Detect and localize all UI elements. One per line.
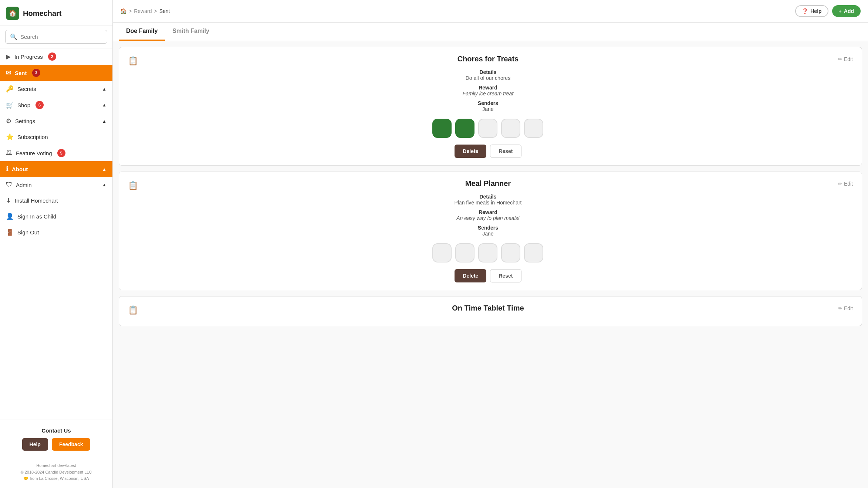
breadcrumb-reward[interactable]: Reward (134, 8, 152, 14)
sidebar: 🏠 Homechart 🔍 ▶ In Progress 2 ✉ Sent 3 🔑… (0, 0, 113, 488)
sidebar-item-label: Settings (15, 118, 35, 124)
reward-label-2: Reward (144, 209, 832, 215)
sidebar-item-label: Sign In as Child (17, 213, 56, 220)
search-input[interactable] (20, 34, 102, 40)
sign-in-child-icon: 👤 (6, 213, 14, 220)
breadcrumb-current: Sent (159, 8, 170, 14)
breadcrumb-separator-2: > (154, 8, 157, 14)
sidebar-item-label: About (12, 166, 28, 172)
search-box[interactable]: 🔍 (5, 30, 107, 44)
topbar-help-button[interactable]: ❓ Help (795, 5, 828, 17)
footer-line1: Homechart dev+latest (6, 462, 107, 469)
dot-2-4[interactable] (501, 243, 520, 262)
tab-smith-family[interactable]: Smith Family (165, 23, 217, 41)
delete-button-1[interactable]: Delete (455, 145, 486, 158)
details-label-1: Details (144, 69, 832, 75)
details-label-2: Details (144, 194, 832, 200)
sign-out-icon: 🚪 (6, 228, 14, 236)
sidebar-item-label: Install Homechart (15, 197, 58, 204)
dot-2-2[interactable] (455, 243, 474, 262)
card-reward-2: Reward An easy way to plan meals! (144, 209, 832, 221)
card-body-3: On Time Tablet Time (144, 304, 832, 318)
admin-icon: 🛡 (6, 181, 12, 189)
card-senders-2: Senders Jane (144, 225, 832, 237)
breadcrumb: 🏠 > Reward > Sent (120, 8, 170, 14)
card-list-icon-2: 📋 (128, 181, 138, 190)
senders-value-2: Jane (144, 231, 832, 237)
edit-label-1: Edit (844, 56, 853, 62)
sidebar-nav: ▶ In Progress 2 ✉ Sent 3 🔑 Secrets ▲ 🛒 S… (0, 48, 112, 240)
help-button[interactable]: Help (22, 438, 48, 451)
topbar-actions: ❓ Help + Add (795, 5, 861, 17)
sidebar-item-sign-in-as-child[interactable]: 👤 Sign In as Child (0, 209, 112, 224)
feedback-button[interactable]: Feedback (52, 438, 91, 451)
plus-icon: + (839, 8, 842, 14)
edit-button-3[interactable]: ✏ Edit (838, 305, 853, 311)
topbar-help-label: Help (810, 8, 821, 14)
secrets-icon: 🔑 (6, 85, 14, 93)
card-body-2: Meal Planner Details Plan five meals in … (144, 179, 832, 282)
shop-badge: 6 (36, 101, 44, 109)
card-list-icon-3: 📋 (128, 305, 138, 315)
edit-label-3: Edit (844, 305, 853, 311)
sidebar-footer: Homechart dev+latest © 2018-2024 Candid … (0, 458, 112, 488)
search-icon: 🔍 (10, 33, 17, 40)
dot-1-4[interactable] (501, 119, 520, 138)
sidebar-item-admin[interactable]: 🛡 Admin ▲ (0, 177, 112, 193)
dot-2-3[interactable] (478, 243, 497, 262)
card-edit-col-1: ✏ Edit (838, 55, 853, 158)
edit-label-2: Edit (844, 181, 853, 187)
settings-icon: ⚙ (6, 117, 11, 125)
breadcrumb-home[interactable]: 🏠 (120, 8, 126, 14)
tab-doe-family[interactable]: Doe Family (119, 23, 165, 41)
senders-value-1: Jane (144, 106, 832, 112)
sidebar-item-shop[interactable]: 🛒 Shop 6 ▲ (0, 97, 112, 113)
topbar-add-label: Add (844, 8, 854, 14)
card-icon-col-2: 📋 (128, 179, 138, 282)
sidebar-item-in-progress[interactable]: ▶ In Progress 2 (0, 48, 112, 65)
subscription-icon: ⭐ (6, 133, 14, 141)
sidebar-item-sent[interactable]: ✉ Sent 3 (0, 65, 112, 81)
sidebar-item-feature-voting[interactable]: 🗳 Feature Voting 5 (0, 145, 112, 161)
sidebar-item-settings[interactable]: ⚙ Settings ▲ (0, 113, 112, 129)
dot-1-5[interactable] (524, 119, 543, 138)
sidebar-item-about[interactable]: ℹ About ▲ (0, 161, 112, 177)
card-icon-col-3: 📋 (128, 304, 138, 318)
in-progress-badge: 2 (48, 52, 56, 61)
sidebar-item-install-homechart[interactable]: ⬇ Install Homechart (0, 193, 112, 209)
reward-card-1: 📋 Chores for Treats Details Do all of ou… (119, 47, 862, 166)
dot-1-2[interactable] (455, 119, 474, 138)
dot-2-5[interactable] (524, 243, 543, 262)
sidebar-item-label: Feature Voting (16, 150, 52, 156)
app-name: Homechart (23, 9, 61, 18)
tabs-bar: Doe Family Smith Family (113, 23, 868, 41)
card-title-3: On Time Tablet Time (144, 304, 832, 312)
card-edit-col-3: ✏ Edit (838, 304, 853, 318)
sidebar-item-sign-out[interactable]: 🚪 Sign Out (0, 224, 112, 240)
secrets-chevron: ▲ (102, 87, 107, 92)
card-reward-1: Reward Family ice cream treat (144, 85, 832, 96)
reset-button-1[interactable]: Reset (490, 145, 521, 158)
edit-button-2[interactable]: ✏ Edit (838, 181, 853, 187)
reset-button-2[interactable]: Reset (490, 269, 521, 282)
dot-2-1[interactable] (432, 243, 452, 262)
sidebar-item-subscription[interactable]: ⭐ Subscription (0, 129, 112, 145)
dot-1-3[interactable] (478, 119, 497, 138)
delete-button-2[interactable]: Delete (455, 269, 486, 282)
main-content: 🏠 > Reward > Sent ❓ Help + Add Doe Famil… (113, 0, 868, 488)
sidebar-item-label: In Progress (14, 54, 43, 60)
feature-voting-icon: 🗳 (6, 149, 12, 157)
sidebar-item-label: Secrets (17, 86, 36, 92)
sidebar-item-label: Sign Out (17, 229, 39, 235)
edit-button-1[interactable]: ✏ Edit (838, 56, 853, 62)
content-area: 📋 Chores for Treats Details Do all of ou… (113, 41, 868, 488)
dot-1-1[interactable] (432, 119, 452, 138)
topbar: 🏠 > Reward > Sent ❓ Help + Add (113, 0, 868, 23)
reward-value-2: An easy way to plan meals! (144, 215, 832, 221)
senders-label-1: Senders (144, 100, 832, 106)
topbar-add-button[interactable]: + Add (832, 5, 861, 17)
shop-icon: 🛒 (6, 101, 14, 109)
card-body-1: Chores for Treats Details Do all of our … (144, 55, 832, 158)
breadcrumb-separator-1: > (129, 8, 132, 14)
sidebar-item-secrets[interactable]: 🔑 Secrets ▲ (0, 81, 112, 97)
